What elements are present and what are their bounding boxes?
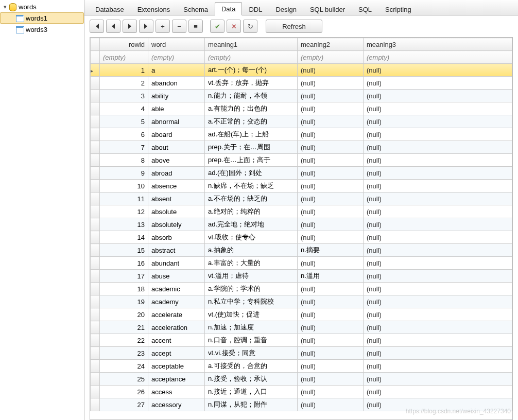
cell-meaning1[interactable]: vt.丢弃；放弃，抛弃 [205,77,298,90]
filter-word[interactable]: (empty) [148,51,205,64]
table-row[interactable]: 5abnormala.不正常的；变态的(null)(null) [91,115,512,128]
filter-meaning1[interactable]: (empty) [205,51,298,64]
cell-meaning1[interactable]: ad.完全地；绝对地 [205,218,298,231]
cell-meaning2[interactable]: (null) [298,205,364,218]
col-header-word[interactable]: word [148,38,205,51]
cell-meaning2[interactable]: (null) [298,308,364,321]
duplicate-row-button[interactable]: ≡ [188,20,203,33]
cell-meaning3[interactable]: (null) [364,218,512,231]
cell-meaning2[interactable]: (null) [298,154,364,167]
cell-meaning3[interactable]: (null) [364,360,512,373]
cell-rowid[interactable]: 13 [100,218,148,231]
cell-meaning3[interactable]: (null) [364,386,512,398]
cell-meaning2[interactable]: (null) [298,141,364,154]
cancel-button[interactable]: ✕ [227,20,241,33]
table-row[interactable]: 19academyn.私立中学；专科院校(null)(null) [91,295,512,308]
add-row-button[interactable]: + [156,20,170,33]
cell-rowid[interactable]: 19 [100,295,148,308]
table-row[interactable]: 27accessoryn.同谋，从犯；附件(null)(null) [91,398,512,411]
cell-word[interactable]: abandon [148,77,205,90]
cell-rowid[interactable]: 24 [100,360,148,373]
tab-scripting[interactable]: Scripting [378,3,418,15]
table-row[interactable]: 3abilityn.能力；能耐，本领(null)(null) [91,90,512,102]
cell-word[interactable]: access [148,386,205,398]
cell-meaning3[interactable]: (null) [364,90,512,102]
tab-database[interactable]: Database [89,3,131,15]
tab-schema[interactable]: Schema [177,3,215,15]
nav-first-button[interactable] [90,20,104,33]
tree-item-words3[interactable]: words3 [0,24,84,35]
cell-rowid[interactable]: 7 [100,141,148,154]
table-row[interactable]: 25acceptancen.接受，验收；承认(null)(null) [91,373,512,386]
nav-last-button[interactable] [139,20,153,33]
cell-rowid[interactable]: 6 [100,128,148,141]
cell-meaning2[interactable]: (null) [298,115,364,128]
cell-word[interactable]: acceleration [148,321,205,334]
refresh-button[interactable]: Refresh [266,20,322,33]
table-row[interactable]: 24acceptablea.可接受的，合意的(null)(null) [91,360,512,373]
cell-meaning1[interactable]: n.能力；能耐，本领 [205,90,298,102]
cell-meaning2[interactable]: (null) [298,347,364,360]
cell-meaning3[interactable]: (null) [364,283,512,295]
cell-word[interactable]: a [148,64,205,77]
cell-meaning2[interactable]: (null) [298,90,364,102]
table-row[interactable]: 4ablea.有能力的；出色的(null)(null) [91,102,512,115]
cell-rowid[interactable]: 27 [100,398,148,411]
cell-meaning3[interactable]: (null) [364,270,512,283]
cell-meaning1[interactable]: a.可接受的，合意的 [205,360,298,373]
cell-word[interactable]: aboard [148,128,205,141]
cell-meaning2[interactable]: (null) [298,231,364,244]
cell-meaning2[interactable]: (null) [298,334,364,347]
cell-meaning3[interactable]: (null) [364,231,512,244]
tree-root-database[interactable]: ▾ words [0,1,84,12]
table-row[interactable]: 1aart.一(个)；每一(个)(null)(null) [91,64,512,77]
cell-meaning2[interactable]: (null) [298,64,364,77]
table-row[interactable]: 7aboutprep.关于；在…周围(null)(null) [91,141,512,154]
table-row[interactable]: 26accessn.接近；通道，入口(null)(null) [91,386,512,398]
tree-collapse-icon[interactable]: ▾ [2,4,8,10]
table-row[interactable]: 13absolutelyad.完全地；绝对地(null)(null) [91,218,512,231]
cell-meaning1[interactable]: vt.vi.接受；同意 [205,347,298,360]
cell-meaning2[interactable]: (null) [298,321,364,334]
cell-rowid[interactable]: 17 [100,270,148,283]
cell-meaning3[interactable]: (null) [364,77,512,90]
cell-meaning2[interactable]: (null) [298,386,364,398]
table-row[interactable]: 11absenta.不在场的；缺乏的(null)(null) [91,192,512,205]
tab-extensions[interactable]: Extensions [131,3,177,15]
cell-word[interactable]: acceptance [148,373,205,386]
cell-rowid[interactable]: 5 [100,115,148,128]
cell-meaning2[interactable]: (null) [298,257,364,270]
cell-meaning3[interactable]: (null) [364,205,512,218]
cell-meaning2[interactable]: (null) [298,167,364,180]
cell-word[interactable]: ability [148,90,205,102]
filter-rowid[interactable]: (empty) [100,51,148,64]
cell-meaning1[interactable]: vt.(使)加快；促进 [205,308,298,321]
table-row[interactable]: 10absencen.缺席，不在场；缺乏(null)(null) [91,180,512,192]
cell-meaning1[interactable]: a.不正常的；变态的 [205,115,298,128]
cell-meaning2[interactable]: (null) [298,360,364,373]
cell-meaning1[interactable]: a.丰富的；大量的 [205,257,298,270]
cell-rowid[interactable]: 11 [100,192,148,205]
table-row[interactable]: 23acceptvt.vi.接受；同意(null)(null) [91,347,512,360]
table-row[interactable]: 18academica.学院的；学术的(null)(null) [91,283,512,295]
cell-meaning3[interactable]: (null) [364,115,512,128]
table-row[interactable]: 9abroadad.(在)国外；到处(null)(null) [91,167,512,180]
table-row[interactable]: 14absorbvt.吸收；使专心(null)(null) [91,231,512,244]
cell-rowid[interactable]: 21 [100,321,148,334]
cell-rowid[interactable]: 3 [100,90,148,102]
cell-meaning2[interactable]: (null) [298,283,364,295]
cell-meaning3[interactable]: (null) [364,295,512,308]
cell-rowid[interactable]: 10 [100,180,148,192]
cell-word[interactable]: accept [148,347,205,360]
cell-word[interactable]: accessory [148,398,205,411]
cell-word[interactable]: absolute [148,205,205,218]
cell-word[interactable]: abundant [148,257,205,270]
cell-meaning1[interactable]: ad.(在)国外；到处 [205,167,298,180]
cell-word[interactable]: academy [148,295,205,308]
cell-meaning1[interactable]: n.同谋，从犯；附件 [205,398,298,411]
commit-button[interactable]: ✔ [210,20,225,33]
cell-word[interactable]: academic [148,283,205,295]
table-row[interactable]: 12absolutea.绝对的；纯粹的(null)(null) [91,205,512,218]
tree-item-words1[interactable]: words1 [0,12,84,24]
cell-rowid[interactable]: 22 [100,334,148,347]
